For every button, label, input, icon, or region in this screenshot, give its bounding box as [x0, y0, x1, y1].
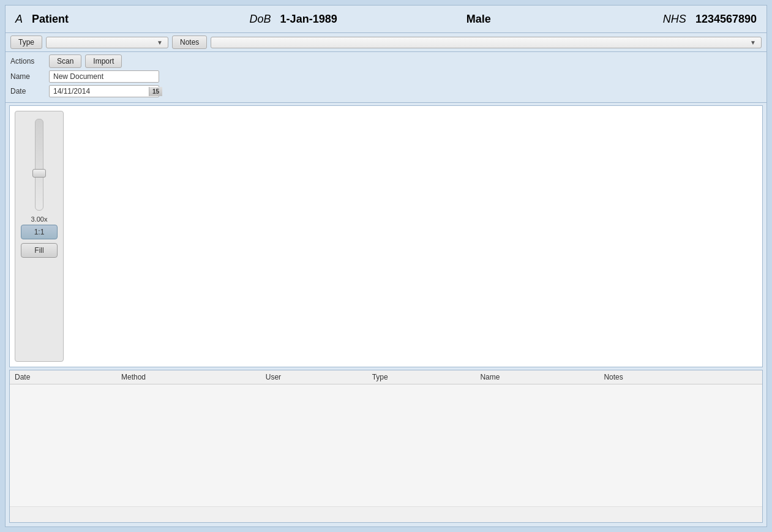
col-type: Type	[367, 370, 476, 384]
table-body	[10, 384, 762, 507]
zoom-slider-track[interactable]	[35, 119, 43, 211]
name-input[interactable]	[49, 70, 159, 83]
type-button[interactable]: Type	[10, 36, 42, 49]
dob-label: DoB	[250, 13, 271, 25]
nhs-label: NHS	[663, 13, 686, 25]
notes-dropdown[interactable]: ▼	[211, 37, 762, 48]
image-canvas	[69, 106, 762, 367]
name-label: Name	[10, 72, 44, 81]
calendar-button[interactable]: 15	[149, 87, 162, 96]
import-button[interactable]: Import	[85, 54, 122, 68]
zoom-1to1-button[interactable]: 1:1	[21, 225, 58, 239]
zoom-label: 3.00x	[31, 215, 48, 223]
image-viewer-panel: 3.00x 1:1 Fill	[10, 106, 762, 367]
gender-info: Male	[386, 13, 572, 26]
form-area: Actions Scan Import Name Date 15	[6, 52, 766, 103]
zoom-slider-thumb[interactable]	[32, 169, 46, 178]
patient-info: A Patient	[15, 13, 201, 26]
actions-buttons: Scan Import	[49, 54, 122, 68]
col-notes: Notes	[599, 370, 721, 384]
patient-name: Patient	[32, 13, 69, 25]
nhs-number: 1234567890	[695, 13, 757, 25]
gender-value: Male	[467, 13, 491, 25]
type-dropdown[interactable]: ▼	[46, 37, 168, 48]
scan-button[interactable]: Scan	[49, 54, 81, 68]
outer-wrapper: A Patient DoB 1-Jan-1989 Male NHS 123456…	[0, 0, 772, 532]
type-dropdown-arrow: ▼	[157, 39, 163, 46]
date-row: Date 15	[10, 85, 762, 97]
col-method: Method	[116, 370, 261, 384]
empty-state	[10, 384, 762, 507]
bottom-table-container[interactable]: Date Method User Type Name Notes	[9, 370, 763, 523]
notes-dropdown-arrow: ▼	[750, 39, 756, 46]
col-date: Date	[10, 370, 116, 384]
table-header-row: Date Method User Type Name Notes	[10, 370, 762, 384]
patient-header: A Patient DoB 1-Jan-1989 Male NHS 123456…	[6, 6, 766, 33]
col-user: User	[261, 370, 367, 384]
patient-label: A	[15, 13, 23, 25]
table-header: Date Method User Type Name Notes	[10, 370, 762, 384]
actions-row: Actions Scan Import	[10, 54, 762, 68]
documents-table: Date Method User Type Name Notes	[10, 370, 762, 507]
col-name: Name	[475, 370, 599, 384]
main-content-area: 3.00x 1:1 Fill	[9, 105, 763, 367]
col-extra	[721, 370, 762, 384]
date-input-wrapper: 15	[49, 85, 159, 97]
inner-container: A Patient DoB 1-Jan-1989 Male NHS 123456…	[5, 5, 767, 527]
name-row: Name	[10, 70, 762, 83]
empty-row	[10, 384, 762, 507]
dob-info: DoB 1-Jan-1989	[201, 13, 386, 26]
dob-value: 1-Jan-1989	[280, 13, 337, 25]
zoom-fill-button[interactable]: Fill	[21, 243, 58, 258]
date-input[interactable]	[50, 86, 149, 97]
date-label: Date	[10, 87, 44, 96]
toolbar-row: Type ▼ Notes ▼	[6, 33, 766, 52]
nhs-info: NHS 1234567890	[571, 13, 757, 26]
actions-label: Actions	[10, 57, 44, 66]
zoom-controls: 3.00x 1:1 Fill	[15, 111, 64, 362]
notes-button[interactable]: Notes	[172, 36, 207, 49]
